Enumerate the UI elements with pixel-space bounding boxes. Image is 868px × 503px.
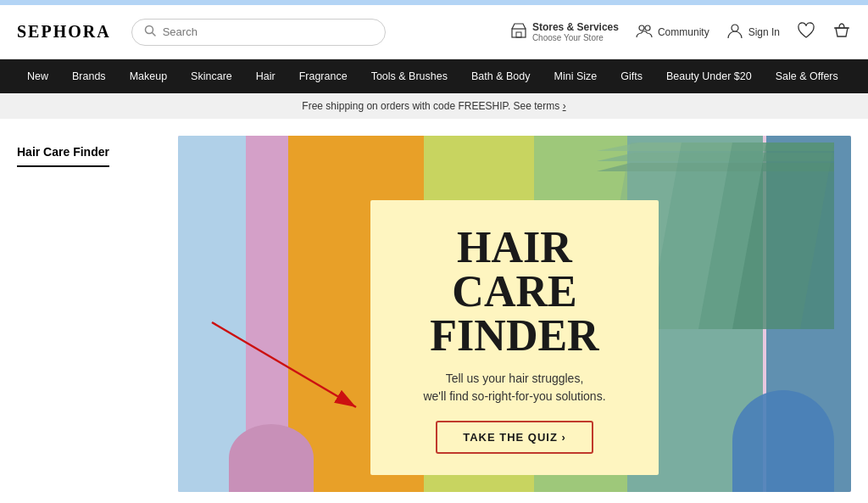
- stores-icon: [510, 22, 527, 42]
- take-quiz-button[interactable]: TAKE THE QUIZ ›: [436, 421, 593, 454]
- signin-button[interactable]: Sign In: [726, 22, 780, 42]
- svg-point-6: [732, 25, 738, 31]
- hero-subtitle: Tell us your hair struggles, we'll find …: [404, 370, 625, 405]
- nav-item-brands[interactable]: Brands: [62, 59, 116, 93]
- blue-circle: [732, 390, 834, 492]
- search-input[interactable]: [163, 25, 373, 38]
- community-label: Community: [658, 26, 709, 38]
- nav-item-skincare[interactable]: Skincare: [181, 59, 242, 93]
- nav-item-sale[interactable]: Sale & Offers: [765, 59, 849, 93]
- nav-item-makeup[interactable]: Makeup: [120, 59, 177, 93]
- hero-background: HAIR CARE FINDER Tell us your hair strug…: [178, 136, 851, 492]
- sidebar-title: Hair Care Finder: [17, 145, 109, 167]
- header: SEPHORA Stores & Services Choose Your St…: [0, 5, 868, 59]
- nav-item-tools[interactable]: Tools & Brushes: [361, 59, 458, 93]
- svg-point-4: [639, 25, 644, 31]
- user-icon: [726, 22, 743, 42]
- stores-text: Stores & Services Choose Your Store: [532, 21, 619, 42]
- header-right: Stores & Services Choose Your Store Comm…: [510, 21, 851, 42]
- nav-item-new[interactable]: New: [17, 59, 58, 93]
- main-nav: New Brands Makeup Skincare Hair Fragranc…: [0, 59, 868, 93]
- pink-bump: [229, 424, 314, 492]
- promo-link[interactable]: ›: [563, 100, 566, 112]
- basket-icon: [832, 21, 851, 42]
- nav-item-fragrance[interactable]: Fragrance: [289, 59, 358, 93]
- community-button[interactable]: Community: [636, 22, 709, 42]
- community-icon: [636, 22, 653, 42]
- search-bar-container[interactable]: [131, 19, 386, 46]
- svg-point-5: [645, 25, 650, 31]
- svg-rect-3: [516, 32, 521, 37]
- nav-item-hair[interactable]: Hair: [246, 59, 286, 93]
- hero-container: HAIR CARE FINDER Tell us your hair strug…: [178, 136, 851, 492]
- sephora-logo[interactable]: SEPHORA: [17, 22, 111, 42]
- promo-bar: Free shipping on orders with code FREESH…: [0, 93, 868, 119]
- heart-icon: [797, 21, 815, 42]
- hero-title: HAIR CARE FINDER: [404, 226, 625, 358]
- hero-content-box: HAIR CARE FINDER Tell us your hair strug…: [370, 200, 659, 475]
- signin-label: Sign In: [748, 26, 780, 38]
- nav-item-beauty-under[interactable]: Beauty Under $20: [656, 59, 762, 93]
- nav-item-mini[interactable]: Mini Size: [543, 59, 607, 93]
- nav-item-bath[interactable]: Bath & Body: [461, 59, 541, 93]
- svg-line-1: [152, 32, 155, 36]
- main-content: Hair Care Finder: [0, 119, 868, 492]
- search-icon: [144, 25, 156, 40]
- wishlist-button[interactable]: [797, 21, 815, 42]
- nav-item-gifts[interactable]: Gifts: [610, 59, 653, 93]
- basket-button[interactable]: [832, 21, 851, 42]
- sidebar: Hair Care Finder: [17, 136, 170, 492]
- stores-services-button[interactable]: Stores & Services Choose Your Store: [510, 21, 619, 42]
- svg-rect-2: [512, 29, 526, 37]
